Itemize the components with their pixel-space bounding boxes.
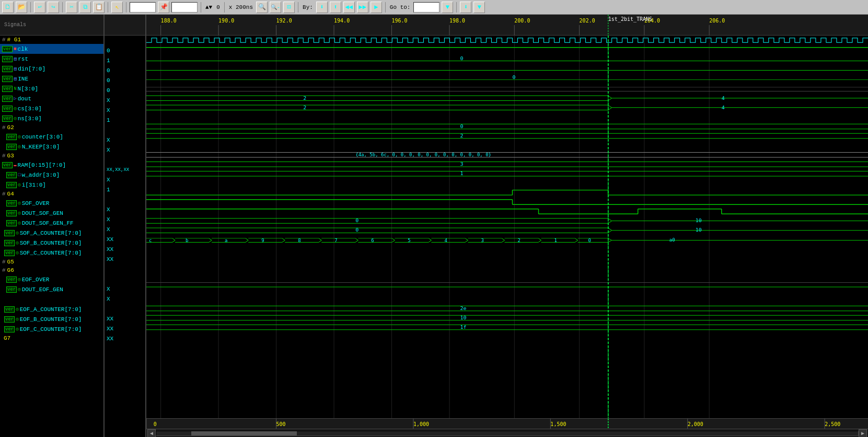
cs-badge: ver: [2, 106, 13, 112]
val-g2-group: [105, 125, 145, 135]
time-marker-button[interactable]: 📌: [158, 2, 169, 13]
goto-button[interactable]: ▼: [442, 2, 453, 13]
group-g7[interactable]: G7: [0, 334, 103, 342]
svg-line-153: [539, 240, 541, 243]
sof-c-name: SOF_C_COUNTER[7:0]: [20, 250, 82, 256]
svg-text:0: 0: [513, 74, 516, 80]
group-g1[interactable]: # # G1: [0, 36, 103, 44]
by-up-button[interactable]: ⬆: [330, 2, 341, 13]
open-button[interactable]: 📂: [16, 2, 27, 13]
svg-line-113: [246, 240, 248, 243]
svg-text:188.0: 188.0: [161, 18, 177, 24]
svg-line-44: [608, 98, 612, 101]
redo-button[interactable]: ↪: [48, 2, 59, 13]
signal-row-din[interactable]: ver ⊞ din[7:0]: [0, 64, 103, 74]
sof-a-icon: ◎: [16, 230, 18, 236]
val-sof-c: XX: [105, 254, 145, 264]
h-scrollbar[interactable]: ◀ ▶: [146, 429, 868, 437]
signal-row-nkeep[interactable]: ver ◎ N_KEEP[3:0]: [0, 142, 103, 152]
signal-row-waddr[interactable]: ver □ w_addr[3:0]: [0, 170, 103, 180]
waveform-sof-a: 0 10: [146, 218, 868, 224]
play-prev-button[interactable]: ◀◀: [343, 2, 355, 13]
zoom-out-button[interactable]: 🔍-: [270, 2, 281, 13]
group-g5[interactable]: # G5: [0, 258, 103, 266]
signal-row-sof-b[interactable]: ver ◎ SOF_B_COUNTER[7:0]: [0, 238, 103, 248]
signal-row-eof-c[interactable]: ver ◎ EOF_C_COUNTER[7:0]: [0, 324, 103, 334]
play-button[interactable]: ▶: [371, 2, 382, 13]
signal-row-dout-sof-gen-ff[interactable]: ver ◎ DOUT_SOF_GEN_FF: [0, 218, 103, 228]
eof-over-icon: ◎: [18, 277, 20, 282]
signal-row-cs[interactable]: ver ◎ cs[3:0]: [0, 104, 103, 113]
svg-text:1,500: 1,500: [550, 421, 566, 427]
svg-line-43: [608, 96, 612, 98]
signal-row-clk[interactable]: ver ■ clk: [0, 44, 103, 54]
zoom-fit-button[interactable]: ⊡: [283, 2, 295, 13]
group-g6[interactable]: # G6: [0, 266, 103, 274]
value-input[interactable]: 0: [171, 2, 198, 13]
signal-panel: Signals # # G1 ver ■ clk ver ⊞ rst ver: [0, 15, 105, 437]
signal-row-ram[interactable]: ver ▬ RAM[0:15][7:0]: [0, 160, 103, 170]
sof-over-icon: ◎: [18, 200, 20, 206]
signal-row-eof-b[interactable]: ver ◎ EOF_B_COUNTER[7:0]: [0, 314, 103, 324]
by-dropdown-button[interactable]: ⬇: [316, 2, 328, 13]
svg-line-103: [172, 240, 175, 243]
cut-button[interactable]: ✂: [66, 2, 77, 13]
signal-row-counter[interactable]: ver ◎ counter[3:0]: [0, 132, 103, 142]
h-scrollbar-thumb[interactable]: [191, 431, 296, 435]
group-g2[interactable]: # G2: [0, 123, 103, 132]
signal-row-eof-a[interactable]: ver ◎ EOF_A_COUNTER[7:0]: [0, 304, 103, 314]
time-input[interactable]: 0: [130, 2, 156, 13]
waveform-canvas[interactable]: 0 0: [146, 36, 868, 429]
svg-text:8: 8: [298, 238, 300, 243]
waveform-svg[interactable]: 0 0: [146, 36, 868, 418]
new-button[interactable]: 🗋: [2, 2, 14, 13]
signal-row-dout[interactable]: ver ▷ dout: [0, 94, 103, 104]
goto-input[interactable]: G1: [413, 2, 439, 13]
play-next-button[interactable]: ▶▶: [357, 2, 368, 13]
svg-line-148: [502, 240, 504, 243]
val-eof-c: XX: [105, 334, 145, 343]
signal-row-sof-a[interactable]: ver ◎ SOF_A_COUNTER[7:0]: [0, 228, 103, 238]
signal-row-sof-c[interactable]: ver ◎ SOF_C_COUNTER[7:0]: [0, 248, 103, 258]
signal-row-ine[interactable]: ver ⊞ INE: [0, 74, 103, 84]
signal-row-sof-over[interactable]: ver ◎ SOF_OVER: [0, 198, 103, 208]
scroll-right-btn[interactable]: ▶: [859, 429, 867, 438]
signal-row-n[interactable]: ver N N[3:0]: [0, 84, 103, 94]
signal-row-i[interactable]: ver ◎ i[31:0]: [0, 180, 103, 190]
dout-sof-gen-badge: ver: [6, 210, 17, 216]
g6-prefix: #: [2, 267, 6, 273]
paste-button[interactable]: 📋: [93, 2, 105, 13]
sep9: [456, 2, 457, 13]
delta-value: 0: [215, 4, 221, 10]
dout-sof-gen-ff-icon: ◎: [18, 220, 20, 226]
waveform-ruler[interactable]: 188.0 190.0 192.0 194.0 196.0 198.0 200.…: [146, 15, 868, 36]
ine-icon: ⊞: [14, 76, 17, 82]
signal-row-dout-sof-gen[interactable]: ver ◎ DOUT_SOF_GEN: [0, 208, 103, 218]
signal-row-ns[interactable]: ver ◎ ns[3:0]: [0, 113, 103, 123]
signal-row-dout-eof-gen[interactable]: ver ◎ DOUT_EOF_GEN: [0, 284, 103, 294]
group-g3[interactable]: # G3: [0, 152, 103, 160]
group-g4[interactable]: # G4: [0, 190, 103, 198]
toolbar: 🗋 📂 ↩ ↪ ✂ ⧉ 📋 ↖ 0 📌 0 ▲▼ 0 x 200ns 🔍 🔍- …: [0, 0, 868, 15]
val-g1-group: [105, 36, 145, 45]
cursor-button[interactable]: ↖: [111, 2, 123, 13]
waveform-area[interactable]: 188.0 190.0 192.0 194.0 196.0 198.0 200.…: [146, 15, 868, 437]
sep2: [62, 2, 63, 13]
svg-line-147: [502, 238, 504, 240]
g6-label: G6: [7, 267, 14, 273]
copy-button[interactable]: ⧉: [79, 2, 91, 13]
zoom-in-button[interactable]: 🔍: [256, 2, 268, 13]
val-rst: 1: [105, 55, 145, 65]
signal-row-rst[interactable]: ver ⊞ rst: [0, 54, 103, 64]
undo-button[interactable]: ↩: [34, 2, 45, 13]
export-dropdown-button[interactable]: ▼: [473, 2, 485, 13]
export-button[interactable]: ⬇: [460, 2, 471, 13]
h-scrollbar-track[interactable]: [156, 431, 859, 436]
signal-row-eof-over[interactable]: ver ◎ EOF_OVER: [0, 274, 103, 284]
waveform-clk: [146, 38, 868, 43]
scroll-left-btn[interactable]: ◀: [147, 429, 156, 438]
svg-line-138: [429, 240, 431, 243]
sof-b-icon: ◎: [16, 240, 18, 246]
svg-line-128: [355, 240, 358, 243]
eof-a-name: EOF_A_COUNTER[7:0]: [20, 306, 82, 313]
